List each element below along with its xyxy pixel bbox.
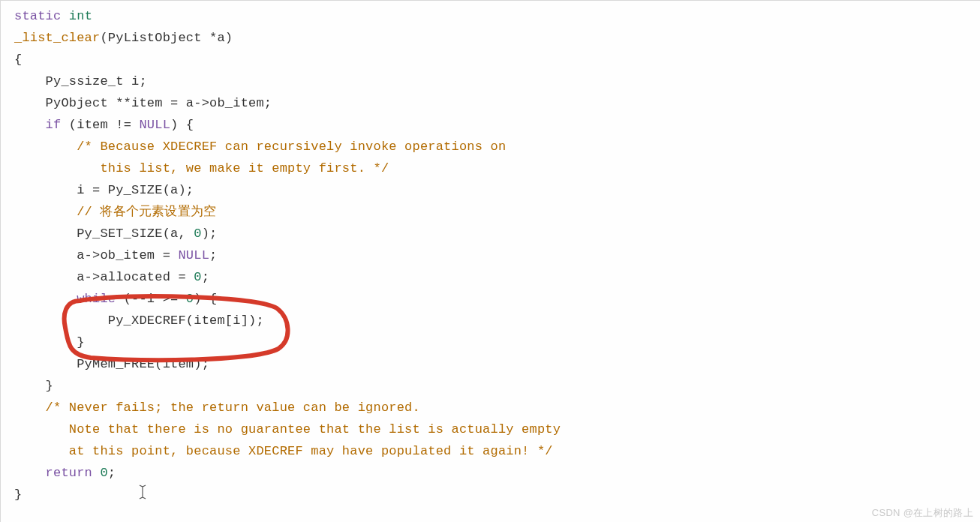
source-code: static int _list_clear(PyListObject *a) …	[1, 1, 980, 506]
line-9: i = Py_SIZE(a);	[14, 183, 194, 197]
semicolon: ;	[108, 466, 116, 480]
null-literal: NULL	[178, 248, 209, 262]
line-11c: );	[202, 226, 218, 241]
num-0: 0	[194, 226, 201, 241]
line-11a: Py_SET_SIZE(a,	[14, 226, 194, 241]
keyword-static: static	[14, 9, 61, 23]
space	[92, 466, 100, 480]
type-int: int	[69, 9, 92, 23]
line-12c: ;	[209, 248, 217, 262]
num-0: 0	[194, 270, 201, 284]
line-14e: ) {	[194, 292, 217, 306]
line-6c: (item !=	[61, 118, 139, 132]
line-15: Py_XDECREF(item[i]);	[14, 314, 264, 328]
line-16: }	[14, 335, 85, 350]
brace-close: }	[14, 488, 22, 502]
line-17: PyMem_FREE(item);	[14, 357, 209, 371]
num-0: 0	[100, 466, 107, 480]
comment-line-21: at this point, because XDECREF may have …	[14, 444, 553, 458]
text-caret-icon	[137, 484, 148, 500]
line-5: PyObject **item = a->ob_item;	[14, 96, 272, 110]
indent	[14, 292, 77, 306]
code-viewer: static int _list_clear(PyListObject *a) …	[0, 0, 980, 522]
keyword-if: if	[46, 118, 62, 132]
null-literal: NULL	[139, 118, 170, 132]
line-6e: ) {	[170, 118, 194, 132]
param-list: (PyListObject *a)	[100, 31, 233, 45]
keyword-return: return	[46, 466, 92, 480]
line-13a: a->allocated =	[14, 270, 194, 284]
watermark-text: CSDN @在上树的路上	[872, 506, 973, 520]
comment-line-19: /* Never fails; the return value can be …	[14, 400, 420, 415]
line-14c: (--i >=	[116, 292, 186, 306]
line-4: Py_ssize_t i;	[14, 74, 147, 88]
line-18: }	[14, 379, 53, 393]
comment-line-8: this list, we make it empty first. */	[14, 161, 389, 176]
num-0: 0	[186, 292, 194, 306]
comment-line-7: /* Because XDECREF can recursively invok…	[14, 140, 506, 154]
function-name: _list_clear	[14, 31, 100, 45]
line-13c: ;	[202, 270, 209, 284]
indent	[14, 118, 46, 132]
indent	[14, 466, 46, 480]
comment-line-20: Note that there is no guarantee that the…	[14, 422, 561, 436]
line-12a: a->ob_item =	[14, 248, 178, 262]
keyword-while: while	[77, 292, 116, 306]
brace-open: {	[14, 52, 22, 67]
comment-line-10: // 将各个元素设置为空	[14, 205, 216, 219]
